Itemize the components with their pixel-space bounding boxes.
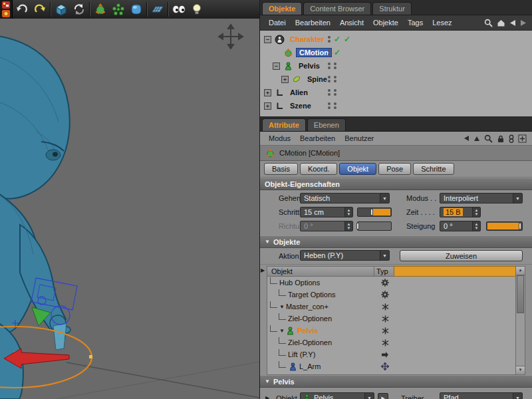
aktion-dropdown[interactable]: Heben (P.Y) ▼ bbox=[300, 250, 390, 261]
gehen-dropdown[interactable]: Statisch ▼ bbox=[300, 193, 390, 203]
scrollbar-thumb[interactable] bbox=[517, 275, 524, 313]
viewport-3d[interactable] bbox=[0, 19, 259, 399]
menu-objekte[interactable]: Objekte bbox=[368, 19, 403, 27]
visibility-toggles[interactable] bbox=[328, 63, 336, 69]
tree-item-spine[interactable]: +Spine bbox=[260, 72, 532, 86]
tree-item-pelvis[interactable]: −Pelvis bbox=[260, 59, 532, 72]
layout-red-icon[interactable] bbox=[2, 1, 10, 9]
eyes-icon[interactable] bbox=[170, 1, 188, 18]
schrittlaenge-input[interactable]: 15 cm ▲▼ bbox=[300, 207, 353, 217]
mode-tab-objekt[interactable]: Objekt bbox=[339, 163, 376, 175]
menu-modus[interactable]: Modus bbox=[264, 134, 295, 142]
table-scrollbar[interactable]: ▲ ▼ bbox=[515, 266, 525, 375]
enabled-check-icon[interactable]: ✓ bbox=[334, 49, 340, 57]
star-icon[interactable] bbox=[376, 315, 394, 323]
toggle-dots-icon[interactable] bbox=[328, 49, 331, 56]
toggle-dots-icon[interactable] bbox=[328, 36, 331, 43]
menu-lesez[interactable]: Lesez bbox=[428, 19, 456, 27]
expand-triangle-icon[interactable]: ▼ bbox=[279, 304, 285, 310]
enabled-check-icon[interactable]: ✓ bbox=[334, 35, 340, 43]
gear-icon[interactable] bbox=[376, 291, 394, 299]
magnifier-dark-icon[interactable] bbox=[484, 134, 493, 143]
tab-ebenen[interactable]: Ebenen bbox=[307, 118, 346, 131]
scroll-up-icon[interactable]: ▲ bbox=[516, 267, 525, 275]
bulb-icon[interactable] bbox=[188, 1, 205, 18]
star-icon[interactable] bbox=[376, 327, 394, 334]
nav-back-icon[interactable] bbox=[509, 19, 516, 27]
visibility-toggles[interactable]: ✓ bbox=[328, 49, 340, 57]
tree-item-cmotion[interactable]: CMotion✓ bbox=[260, 46, 532, 59]
toggle-dots-icon[interactable] bbox=[328, 63, 331, 69]
table-row-hub-options[interactable]: Hub Options bbox=[267, 277, 525, 289]
collapse-arrow-icon[interactable]: ▶ bbox=[265, 395, 269, 399]
expander-minus-icon[interactable]: − bbox=[273, 63, 280, 70]
expander-minus-icon[interactable]: − bbox=[264, 36, 271, 43]
stepper[interactable]: ▲▼ bbox=[344, 207, 352, 217]
arrow-icon[interactable] bbox=[376, 351, 394, 358]
menu-bearbeiten[interactable]: Bearbeiten bbox=[291, 19, 335, 27]
tri-left-icon[interactable] bbox=[464, 135, 469, 142]
tab-attribute[interactable]: Attribute bbox=[262, 118, 306, 131]
tree-item-szene[interactable]: +Szene bbox=[260, 99, 532, 112]
menu-benutzer[interactable]: Benutzer bbox=[340, 134, 378, 142]
tab-objekte[interactable]: Objekte bbox=[262, 2, 302, 15]
star-icon[interactable] bbox=[376, 303, 394, 311]
visibility-toggles[interactable] bbox=[328, 76, 336, 82]
table-row-target-options[interactable]: Target Options bbox=[267, 289, 525, 301]
zuweisen-button[interactable]: Zuweisen bbox=[400, 250, 523, 261]
redo-icon[interactable] bbox=[31, 1, 49, 18]
expander-plus-icon[interactable]: + bbox=[264, 102, 271, 110]
stepper[interactable]: ▲▼ bbox=[472, 221, 480, 231]
steigung-slider[interactable] bbox=[486, 221, 523, 231]
table-row-pelvis[interactable]: ▼Pelvis bbox=[267, 325, 525, 336]
table-row-lift-p-y-[interactable]: Lift (P.Y) bbox=[267, 348, 525, 360]
section-collapse-icon[interactable]: ▼ bbox=[265, 239, 270, 245]
star-icon[interactable] bbox=[376, 339, 394, 346]
menu-bearbeiten[interactable]: Bearbeiten bbox=[295, 134, 340, 142]
stepper[interactable]: ▲▼ bbox=[472, 207, 480, 217]
toggle-dots-icon[interactable] bbox=[334, 89, 336, 96]
column-header-objekt[interactable]: Objekt bbox=[267, 266, 374, 277]
menu-ansicht[interactable]: Ansicht bbox=[335, 19, 368, 27]
lock-icon[interactable] bbox=[497, 134, 505, 143]
cube-icon[interactable] bbox=[52, 1, 70, 18]
move-icon[interactable] bbox=[376, 362, 394, 370]
tab-content-browser[interactable]: Content Browser bbox=[303, 2, 371, 15]
pelvis-object-dropdown[interactable]: Pelvis ▼ bbox=[300, 392, 374, 399]
magnifier-icon[interactable] bbox=[484, 19, 493, 27]
visibility-toggles[interactable]: ✓✓ bbox=[328, 35, 350, 43]
toggle-dots-icon[interactable] bbox=[334, 63, 336, 69]
array-icon[interactable] bbox=[109, 1, 127, 18]
menu-datei[interactable]: Datei bbox=[264, 19, 291, 27]
scroll-down-icon[interactable]: ▼ bbox=[516, 366, 525, 374]
visibility-toggles[interactable] bbox=[328, 102, 336, 109]
table-row-master-con-[interactable]: ▼Master_con+ bbox=[267, 301, 525, 313]
treiber-dropdown[interactable]: Pfad ▼ bbox=[440, 392, 523, 399]
toggle-dots-icon[interactable] bbox=[334, 102, 336, 109]
table-row-ziel-optionen[interactable]: Ziel-Optionen bbox=[267, 313, 525, 325]
plane-icon[interactable] bbox=[148, 1, 166, 18]
toggle-dots-icon[interactable] bbox=[328, 102, 331, 109]
toggle-dots-icon[interactable] bbox=[328, 89, 331, 96]
pick-object-button[interactable]: ▶ bbox=[378, 393, 388, 399]
section-collapse-icon[interactable]: ▼ bbox=[265, 378, 270, 384]
nav-fwd-icon[interactable] bbox=[520, 19, 527, 27]
expand-triangle-icon[interactable]: ▼ bbox=[279, 328, 285, 334]
mode-tab-schritte[interactable]: Schritte bbox=[413, 163, 454, 175]
tree-item-charakter[interactable]: −Charakter✓✓ bbox=[260, 33, 532, 46]
tree-item-alien[interactable]: +Alien bbox=[260, 86, 532, 99]
gear-icon[interactable] bbox=[376, 279, 394, 287]
table-collapse-icon[interactable]: ▶ bbox=[261, 267, 265, 273]
plusbox-icon[interactable] bbox=[518, 134, 527, 143]
enabled-check-icon[interactable]: ✓ bbox=[344, 35, 350, 43]
column-header-typ[interactable]: Typ bbox=[374, 266, 394, 277]
modus-dropdown[interactable]: Interpoliert ▼ bbox=[440, 193, 523, 203]
metaball-icon[interactable] bbox=[127, 1, 145, 18]
toggle-dots-icon[interactable] bbox=[334, 76, 336, 82]
mode-tab-koord-[interactable]: Koord. bbox=[300, 163, 337, 175]
layout-orange-icon[interactable] bbox=[2, 10, 10, 17]
expander-plus-icon[interactable]: + bbox=[281, 76, 289, 83]
table-row-ziel-optionen[interactable]: Ziel-Optionen bbox=[267, 336, 525, 348]
home-icon[interactable] bbox=[497, 19, 505, 27]
rotate-icon[interactable] bbox=[70, 1, 88, 18]
